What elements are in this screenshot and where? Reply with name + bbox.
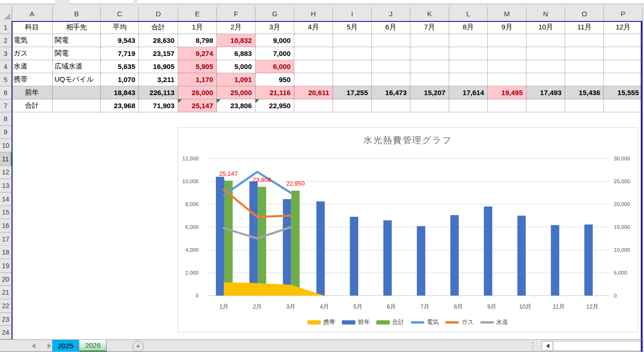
cell-K6[interactable]: 15,207: [410, 86, 449, 99]
row-header-23[interactable]: 23: [0, 313, 12, 326]
cell-A1[interactable]: 科目: [12, 21, 53, 34]
cell-K5[interactable]: [410, 73, 449, 86]
row-header-13[interactable]: 13: [0, 179, 12, 193]
cell-H2[interactable]: [294, 34, 333, 47]
hscroll-left-button[interactable]: [542, 341, 553, 351]
cell-G1[interactable]: 3月: [256, 21, 294, 34]
select-all-button[interactable]: [0, 7, 12, 21]
column-header-N[interactable]: N: [526, 7, 565, 21]
cell-P2[interactable]: [604, 34, 643, 47]
cell-F4[interactable]: 5,000: [217, 60, 256, 73]
cell-N5[interactable]: [526, 73, 565, 86]
cell-I5[interactable]: [333, 73, 372, 86]
cell-N3[interactable]: [526, 47, 565, 60]
cell-O3[interactable]: [565, 47, 604, 60]
cell-I2[interactable]: [333, 34, 372, 47]
cell-D3[interactable]: 23,157: [139, 47, 178, 60]
cell-A3[interactable]: ガス: [12, 47, 53, 60]
cell-E5[interactable]: 1,170: [178, 73, 217, 86]
cell-B4[interactable]: 広域水道: [53, 60, 101, 73]
cell-A4[interactable]: 水道: [12, 60, 53, 73]
cell-M1[interactable]: 9月: [488, 21, 526, 34]
cell-P4[interactable]: [604, 60, 643, 73]
cell-I3[interactable]: [333, 47, 372, 60]
cell-O5[interactable]: [565, 73, 604, 86]
column-header-O[interactable]: O: [565, 7, 604, 21]
cell-F1[interactable]: 2月: [217, 21, 256, 34]
row-header-17[interactable]: 17: [0, 233, 12, 246]
row-header-11[interactable]: 11: [0, 152, 12, 166]
row-header-24[interactable]: 24: [0, 326, 12, 339]
tab-scroll-right-icon[interactable]: [48, 343, 51, 349]
cell-G7[interactable]: 22,950: [256, 99, 294, 112]
cell-B7[interactable]: [53, 99, 101, 112]
cell-G6[interactable]: 21,116: [256, 86, 294, 99]
cell-E2[interactable]: 8,798: [178, 34, 217, 47]
column-header-L[interactable]: L: [449, 7, 488, 21]
column-header-D[interactable]: D: [139, 7, 178, 21]
cell-C5[interactable]: 1,070: [101, 73, 139, 86]
row-header-2[interactable]: 2: [0, 34, 12, 47]
column-header-F[interactable]: F: [217, 7, 256, 21]
cell-O7[interactable]: [565, 99, 604, 112]
cell-L6[interactable]: 17,614: [449, 86, 488, 99]
row-header-6[interactable]: 6: [0, 86, 12, 99]
cell-C6[interactable]: 18,843: [101, 86, 139, 99]
cell-M2[interactable]: [488, 34, 526, 47]
cell-J7[interactable]: [372, 99, 410, 112]
row-header-8[interactable]: 8: [0, 112, 12, 126]
cell-F7[interactable]: 23,806: [217, 99, 256, 112]
cell-F5[interactable]: 1,091: [217, 73, 256, 86]
cell-J3[interactable]: [372, 47, 410, 60]
cell-F3[interactable]: 6,883: [217, 47, 256, 60]
column-header-H[interactable]: H: [294, 7, 333, 21]
hscroll-track[interactable]: [553, 341, 642, 351]
cell-O2[interactable]: [565, 34, 604, 47]
row-header-21[interactable]: 21: [0, 286, 12, 299]
cell-D6[interactable]: 226,113: [139, 86, 178, 99]
column-header-P[interactable]: P: [604, 7, 643, 21]
cell-D7[interactable]: 71,903: [139, 99, 178, 112]
cell-I6[interactable]: 17,255: [333, 86, 372, 99]
cell-H1[interactable]: 4月: [294, 21, 333, 34]
cell-O4[interactable]: [565, 60, 604, 73]
cell-J1[interactable]: 6月: [372, 21, 410, 34]
sheet-tab-2025[interactable]: 2025: [52, 340, 79, 352]
cell-B5[interactable]: UQモバイル: [53, 73, 101, 86]
cell-B1[interactable]: 相手先: [53, 21, 101, 34]
cell-E6[interactable]: 26,000: [178, 86, 217, 99]
cell-L3[interactable]: [449, 47, 488, 60]
column-header-I[interactable]: I: [333, 7, 372, 21]
cell-B3[interactable]: 関電: [53, 47, 101, 60]
column-header-A[interactable]: A: [12, 7, 53, 21]
cell-K4[interactable]: [410, 60, 449, 73]
cell-C3[interactable]: 7,719: [101, 47, 139, 60]
row-header-1[interactable]: 1: [0, 21, 12, 34]
row-header-5[interactable]: 5: [0, 73, 12, 86]
column-header-B[interactable]: B: [53, 7, 101, 21]
cell-O1[interactable]: 11月: [565, 21, 604, 34]
row-header-18[interactable]: 18: [0, 246, 12, 260]
cell-P1[interactable]: 12月: [604, 21, 643, 34]
name-box[interactable]: [0, 0, 55, 4]
cell-N7[interactable]: [526, 99, 565, 112]
cell-P5[interactable]: [604, 73, 643, 86]
cell-M7[interactable]: [488, 99, 526, 112]
cell-H4[interactable]: [294, 60, 333, 73]
sheet-tab-2026[interactable]: 2026: [79, 340, 106, 352]
row-header-9[interactable]: 9: [0, 126, 12, 139]
cell-M6[interactable]: 19,495: [488, 86, 526, 99]
row-header-22[interactable]: 22: [0, 299, 12, 313]
cell-M3[interactable]: [488, 47, 526, 60]
cell-B2[interactable]: 関電: [53, 34, 101, 47]
cell-I4[interactable]: [333, 60, 372, 73]
cell-G5[interactable]: 950: [256, 73, 294, 86]
column-header-C[interactable]: C: [101, 7, 139, 21]
cell-L7[interactable]: [449, 99, 488, 112]
cell-P7[interactable]: [604, 99, 643, 112]
row-header-16[interactable]: 16: [0, 219, 12, 233]
cell-H5[interactable]: [294, 73, 333, 86]
cell-J6[interactable]: 16,473: [372, 86, 410, 99]
row-header-10[interactable]: 10: [0, 139, 12, 152]
column-header-G[interactable]: G: [256, 7, 294, 21]
